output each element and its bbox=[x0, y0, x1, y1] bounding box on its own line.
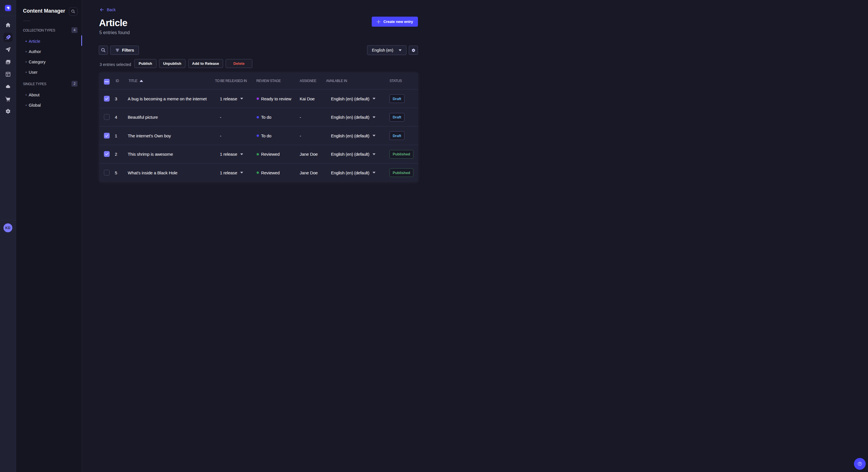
locale-caret[interactable] bbox=[373, 108, 375, 127]
locale-select[interactable]: English (en) bbox=[367, 45, 406, 55]
sidebar-item-article[interactable]: Article bbox=[16, 36, 82, 46]
column-header-status[interactable]: STATUS bbox=[390, 72, 402, 89]
cell-released: 1 release bbox=[220, 90, 237, 108]
rail-item-cloud[interactable] bbox=[3, 82, 12, 91]
sort-asc-triangle-icon bbox=[140, 80, 143, 82]
chevron-down-icon bbox=[240, 98, 243, 100]
chevron-down-icon bbox=[373, 116, 375, 118]
table-row[interactable]: 1The internet's Own boy-To do-English (e… bbox=[99, 126, 418, 145]
cell-id: 2 bbox=[115, 145, 117, 164]
feather-icon bbox=[5, 34, 11, 40]
search-icon bbox=[101, 48, 105, 53]
row-checkbox[interactable] bbox=[104, 170, 110, 175]
status-badge: Draft bbox=[390, 131, 404, 140]
rail-item-paper-plane[interactable] bbox=[3, 45, 12, 54]
rail-item-layout[interactable] bbox=[3, 70, 12, 79]
search-button[interactable] bbox=[99, 45, 108, 55]
create-new-entry-button[interactable]: Create new entry bbox=[372, 16, 418, 27]
rail-item-cart[interactable] bbox=[3, 94, 12, 103]
release-caret[interactable] bbox=[240, 145, 243, 164]
column-header-available[interactable]: AVAILABLE IN bbox=[326, 72, 347, 89]
table-row[interactable]: 5What's inside a Black Hole1 releaseRevi… bbox=[99, 163, 418, 182]
column-header-title[interactable]: TITLE bbox=[129, 72, 137, 89]
avatar[interactable]: KD bbox=[3, 224, 12, 232]
locale-caret[interactable] bbox=[373, 164, 375, 182]
select-all-checkbox[interactable] bbox=[104, 79, 110, 85]
sidebar-item-label: Article bbox=[29, 39, 40, 43]
minus-icon bbox=[104, 79, 110, 85]
table-header-row: IDTITLETO BE RELEASED INREVIEW STAGEASSI… bbox=[99, 72, 418, 89]
rail-item-images[interactable] bbox=[3, 57, 12, 67]
sort-asc-icon[interactable] bbox=[140, 72, 143, 89]
cell-id: 3 bbox=[115, 90, 117, 108]
cell-assignee: - bbox=[300, 127, 301, 145]
back-link[interactable]: Back bbox=[100, 7, 116, 12]
rail-item-gear[interactable] bbox=[3, 107, 12, 116]
cell-title: This shrimp is awesome bbox=[128, 145, 173, 164]
main-content: Back Article 5 entries found Create new … bbox=[82, 0, 434, 236]
stage-label: Ready to review bbox=[261, 96, 291, 101]
table-row[interactable]: 2This shrimp is awesome1 releaseReviewed… bbox=[99, 145, 418, 164]
status-badge: Draft bbox=[390, 113, 404, 122]
cloud-icon bbox=[5, 84, 11, 90]
gear-icon bbox=[411, 48, 416, 53]
subnav-search-button[interactable] bbox=[69, 7, 78, 16]
row-checkbox[interactable] bbox=[104, 114, 110, 120]
cell-title: A bug is becoming a meme on the internet bbox=[128, 90, 207, 108]
status-cell: Draft bbox=[390, 108, 404, 127]
cell-released: 1 release bbox=[220, 145, 237, 164]
sidebar-item-global[interactable]: Global bbox=[16, 100, 82, 110]
home-icon bbox=[5, 22, 11, 28]
locale-caret[interactable] bbox=[373, 127, 375, 145]
status-cell: Draft bbox=[390, 127, 404, 145]
row-checkbox[interactable] bbox=[104, 151, 110, 157]
cell-available: English (en) (default) bbox=[331, 145, 369, 164]
delete-button[interactable]: Delete bbox=[226, 59, 252, 68]
column-header-review[interactable]: REVIEW STAGE bbox=[256, 72, 281, 89]
publish-button[interactable]: Publish bbox=[134, 59, 156, 68]
stage-cell: To do bbox=[257, 108, 272, 127]
filters-button[interactable]: Filters bbox=[110, 45, 139, 55]
column-header-assignee[interactable]: ASSIGNEE bbox=[300, 72, 316, 89]
row-checkbox[interactable] bbox=[104, 96, 110, 102]
sidebar-item-user[interactable]: User bbox=[16, 67, 82, 77]
cell-available: English (en) (default) bbox=[331, 127, 369, 145]
cell-title: What's inside a Black Hole bbox=[128, 164, 177, 182]
sidebar-item-label: About bbox=[29, 93, 40, 97]
check-icon bbox=[104, 133, 110, 138]
rail-item-feather[interactable] bbox=[3, 33, 12, 42]
bullet-icon bbox=[26, 41, 27, 42]
release-caret[interactable] bbox=[240, 164, 243, 182]
unpublish-button[interactable]: Unpublish bbox=[159, 59, 185, 68]
sidebar-item-category[interactable]: Category bbox=[16, 57, 82, 67]
table-row[interactable]: 4Beautiful picture-To do-English (en) (d… bbox=[99, 108, 418, 127]
check-icon bbox=[104, 151, 110, 157]
column-header-released[interactable]: TO BE RELEASED IN bbox=[215, 72, 247, 89]
sidebar-item-author[interactable]: Author bbox=[16, 46, 82, 57]
entries-count: 5 entries found bbox=[99, 30, 130, 35]
cell-title: The internet's Own boy bbox=[128, 127, 171, 145]
cell-id: 5 bbox=[115, 164, 117, 182]
sidebar-item-about[interactable]: About bbox=[16, 90, 82, 100]
row-checkbox[interactable] bbox=[104, 133, 110, 138]
locale-value: English (en) bbox=[372, 48, 394, 53]
settings-button[interactable] bbox=[409, 45, 418, 55]
rail-item-home[interactable] bbox=[3, 20, 12, 30]
sidebar-item-label: Global bbox=[29, 103, 41, 107]
release-caret[interactable] bbox=[240, 90, 243, 108]
add-to-release-button[interactable]: Add to Release bbox=[188, 59, 223, 68]
cell-title: Beautiful picture bbox=[128, 108, 158, 127]
search-icon bbox=[71, 9, 75, 13]
stage-cell: Reviewed bbox=[257, 164, 280, 182]
cell-id: 1 bbox=[115, 127, 117, 145]
locale-caret[interactable] bbox=[373, 90, 375, 108]
create-new-entry-label: Create new entry bbox=[383, 20, 413, 24]
locale-caret[interactable] bbox=[373, 145, 375, 164]
chevron-down-icon bbox=[399, 49, 402, 51]
strapi-logo[interactable] bbox=[5, 5, 11, 11]
column-header-id[interactable]: ID bbox=[116, 72, 119, 89]
table-row[interactable]: 3A bug is becoming a meme on the interne… bbox=[99, 89, 418, 108]
stage-label: To do bbox=[261, 115, 272, 120]
section-label: COLLECTION TYPES bbox=[23, 28, 55, 32]
stage-label: Reviewed bbox=[261, 152, 280, 157]
